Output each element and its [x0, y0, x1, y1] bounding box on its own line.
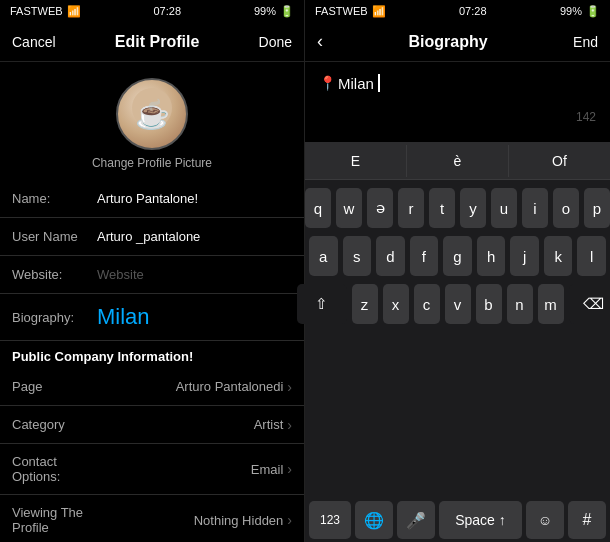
key-w[interactable]: w — [336, 188, 362, 228]
right-time: 07:28 — [459, 5, 487, 17]
key-q[interactable]: q — [305, 188, 331, 228]
right-battery-icon: 🔋 — [586, 5, 600, 18]
globe-key[interactable]: 🌐 — [355, 501, 393, 539]
category-chevron-icon: › — [287, 417, 292, 433]
left-status-bar: FASTWEB 📶 07:28 99% 🔋 — [0, 0, 304, 22]
left-carrier: FASTWEB — [10, 5, 63, 17]
left-wifi-icon: 📶 — [67, 5, 81, 18]
change-profile-picture-button[interactable]: Change Profile Picture — [92, 156, 212, 170]
key-k[interactable]: k — [544, 236, 573, 276]
right-nav-bar: ‹ Biography End — [305, 22, 610, 62]
keyboard-bottom-bar: 123 🌐 🎤 Space ↑ ☺ # — [305, 498, 610, 542]
key-a[interactable]: a — [309, 236, 338, 276]
username-value[interactable]: Arturo _pantalone — [97, 229, 292, 244]
category-value: Artist — [97, 417, 283, 432]
shift-key[interactable]: ⇧ — [297, 284, 347, 324]
key-n[interactable]: n — [507, 284, 533, 324]
right-wifi-icon: 📶 — [372, 5, 386, 18]
key-x[interactable]: x — [383, 284, 409, 324]
contact-options-row[interactable]: Contact Options: Email › — [0, 444, 304, 495]
key-b[interactable]: b — [476, 284, 502, 324]
cancel-button[interactable]: Cancel — [12, 34, 56, 50]
key-o[interactable]: o — [553, 188, 579, 228]
key-schwa[interactable]: ə — [367, 188, 393, 228]
bio-text-area[interactable]: 📍 Milan 142 — [305, 62, 610, 104]
key-y[interactable]: y — [460, 188, 486, 228]
viewing-profile-row[interactable]: Viewing The Profile Nothing Hidden › — [0, 495, 304, 542]
key-r[interactable]: r — [398, 188, 424, 228]
right-battery: 99% — [560, 5, 582, 17]
contact-label: Contact Options: — [12, 454, 97, 484]
keyboard-rows: q w ə r t y u i o p a s d f g h j k l — [305, 180, 610, 498]
page-value: Arturo Pantalonedi — [97, 379, 283, 394]
keyboard-suggestions: E è Of — [305, 142, 610, 180]
space-key[interactable]: Space ↑ — [439, 501, 522, 539]
key-s[interactable]: s — [343, 236, 372, 276]
viewing-value: Nothing Hidden — [97, 513, 283, 528]
page-chevron-icon: › — [287, 379, 292, 395]
suggestion-1[interactable]: è — [407, 145, 509, 177]
website-row: Website: Website — [0, 256, 304, 294]
mic-key[interactable]: 🎤 — [397, 501, 435, 539]
name-label: Name: — [12, 191, 97, 206]
biography-row: Biography: Milan — [0, 294, 304, 341]
avatar[interactable] — [116, 78, 188, 150]
form-section: Name: Arturo Pantalone! User Name Arturo… — [0, 180, 304, 542]
hash-key[interactable]: # — [568, 501, 606, 539]
bio-text: 📍 Milan — [319, 74, 596, 92]
key-i[interactable]: i — [522, 188, 548, 228]
page-row[interactable]: Page Arturo Pantalonedi › — [0, 368, 304, 406]
right-panel: FASTWEB 📶 07:28 99% 🔋 ‹ Biography End 📍 … — [305, 0, 610, 542]
contact-chevron-icon: › — [287, 461, 292, 477]
public-section-header: Public Company Information! — [0, 341, 304, 368]
username-label: User Name — [12, 229, 97, 244]
key-z[interactable]: z — [352, 284, 378, 324]
bio-content: Milan — [338, 75, 374, 92]
left-done-button[interactable]: Done — [259, 34, 292, 50]
username-row: User Name Arturo _pantalone — [0, 218, 304, 256]
keyboard: E è Of q w ə r t y u i o p a s d f — [305, 142, 610, 542]
website-label: Website: — [12, 267, 97, 282]
key-m[interactable]: m — [538, 284, 564, 324]
key-p[interactable]: p — [584, 188, 610, 228]
back-button[interactable]: ‹ — [317, 31, 323, 52]
emoji-key[interactable]: ☺ — [526, 501, 564, 539]
biography-value[interactable]: Milan — [97, 304, 292, 330]
name-value[interactable]: Arturo Pantalone! — [97, 191, 292, 206]
key-row-3: ⇧ z x c v b n m ⌫ — [309, 284, 606, 324]
key-f[interactable]: f — [410, 236, 439, 276]
biography-label: Biography: — [12, 310, 97, 325]
profile-pic-area: Change Profile Picture — [0, 62, 304, 180]
pin-icon: 📍 — [319, 75, 336, 91]
key-l[interactable]: l — [577, 236, 606, 276]
page-label: Page — [12, 379, 97, 394]
category-row[interactable]: Category Artist › — [0, 406, 304, 444]
category-label: Category — [12, 417, 97, 432]
left-nav-title: Edit Profile — [115, 33, 199, 51]
right-nav-title: Biography — [408, 33, 487, 51]
website-input[interactable]: Website — [97, 267, 292, 282]
left-nav-bar: Cancel Edit Profile Done — [0, 22, 304, 62]
key-d[interactable]: d — [376, 236, 405, 276]
key-row-2: a s d f g h j k l — [309, 236, 606, 276]
viewing-label: Viewing The Profile — [12, 505, 97, 535]
right-carrier: FASTWEB — [315, 5, 368, 17]
key-g[interactable]: g — [443, 236, 472, 276]
left-battery: 99% — [254, 5, 276, 17]
left-battery-icon: 🔋 — [280, 5, 294, 18]
key-u[interactable]: u — [491, 188, 517, 228]
suggestion-0[interactable]: E — [305, 145, 407, 177]
char-count: 142 — [576, 110, 596, 124]
key-row-1: q w ə r t y u i o p — [309, 188, 606, 228]
right-done-button[interactable]: End — [573, 34, 598, 50]
key-j[interactable]: j — [510, 236, 539, 276]
key-t[interactable]: t — [429, 188, 455, 228]
name-row: Name: Arturo Pantalone! — [0, 180, 304, 218]
numbers-key[interactable]: 123 — [309, 501, 351, 539]
key-v[interactable]: v — [445, 284, 471, 324]
key-h[interactable]: h — [477, 236, 506, 276]
key-c[interactable]: c — [414, 284, 440, 324]
suggestion-2[interactable]: Of — [509, 145, 610, 177]
backspace-key[interactable]: ⌫ — [569, 284, 611, 324]
left-status-left: FASTWEB 📶 — [10, 5, 81, 18]
